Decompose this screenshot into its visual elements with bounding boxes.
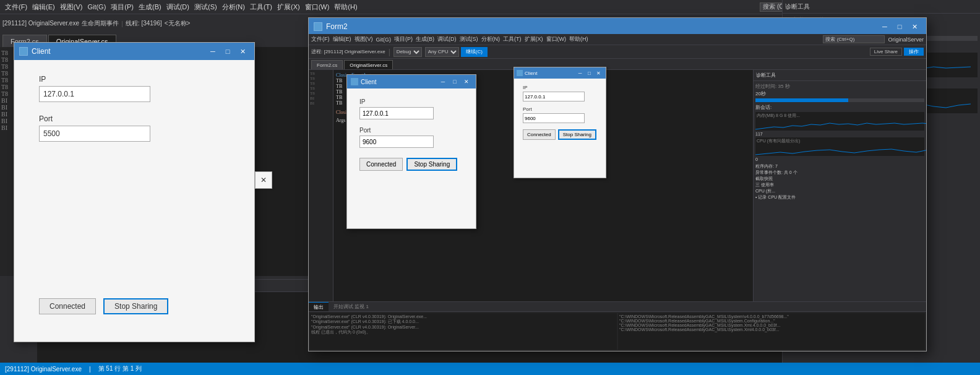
client-window: Client ─ □ ✕ IP Port Connected Stop Shar… bbox=[14, 42, 255, 342]
tiny-ip-label: IP bbox=[523, 85, 597, 90]
close-x-icon: ✕ bbox=[260, 176, 267, 184]
mini-button-row: Connected Stop Sharing bbox=[359, 158, 463, 171]
inner-build-menu[interactable]: 生成(B) bbox=[416, 35, 434, 43]
inner-view-menu[interactable]: 视图(V) bbox=[355, 35, 373, 43]
inner-platform-select[interactable]: Any CPU bbox=[425, 47, 459, 57]
debug-menu[interactable]: 调试(D) bbox=[166, 2, 189, 12]
inner-cpu-max: 0 bbox=[755, 157, 924, 162]
mini-port-label: Port bbox=[359, 127, 463, 134]
inner-tools-menu[interactable]: 工具(T) bbox=[503, 35, 522, 43]
inner-snapshot-lbl: 截取快照 bbox=[755, 176, 924, 182]
test-menu[interactable]: 测试(S) bbox=[194, 2, 217, 12]
inner-continue-button[interactable]: 继续(C) bbox=[461, 47, 488, 57]
client-title-left: Client bbox=[19, 47, 51, 56]
mini-maximize-btn[interactable]: □ bbox=[449, 77, 460, 87]
mini-close-btn[interactable]: ✕ bbox=[461, 77, 472, 87]
tiny-title-text: Client bbox=[525, 71, 537, 76]
form2-maximize-button[interactable]: □ bbox=[893, 21, 906, 32]
inner-time-val: 20秒 bbox=[755, 90, 924, 97]
inner-cpu-lbl: CPU (所... bbox=[755, 188, 924, 194]
window-menu[interactable]: 窗口(W) bbox=[305, 2, 330, 12]
inner-file-menu[interactable]: 文件(F) bbox=[311, 35, 330, 43]
inner-debug-select[interactable]: Debug bbox=[393, 47, 422, 57]
connected-button[interactable]: Connected bbox=[39, 298, 96, 314]
tiny-titlebar: Client ─ □ ✕ bbox=[514, 67, 606, 79]
help-menu[interactable]: 帮助(H) bbox=[334, 2, 357, 12]
statusbar-file: [291112] OriginalServer.exe bbox=[5, 366, 82, 373]
inner-ext-menu[interactable]: 扩展(X) bbox=[525, 35, 543, 43]
inner-debug-menu[interactable]: 调试(D) bbox=[437, 35, 457, 43]
form2-title-left: Form2 bbox=[314, 22, 348, 31]
ip-field-group: IP bbox=[39, 75, 230, 102]
form2-close-button[interactable]: ✕ bbox=[908, 21, 921, 32]
ip-label: IP bbox=[39, 75, 230, 84]
inner-tab-form2cs[interactable]: Form2.cs bbox=[311, 60, 343, 69]
tiny-connected-btn[interactable]: Connected bbox=[523, 129, 556, 140]
inner-action-btn[interactable]: 操作 bbox=[904, 48, 924, 56]
tiny-icon bbox=[517, 70, 523, 76]
client-controls: ─ □ ✕ bbox=[206, 46, 249, 57]
inner-window-menu[interactable]: 窗口(W) bbox=[546, 35, 567, 43]
mini-client-controls: ─ □ ✕ bbox=[437, 77, 472, 87]
inner-tab-originalserver[interactable]: OriginalServer.cs bbox=[344, 60, 393, 69]
inner-help-menu[interactable]: 帮助(H) bbox=[569, 35, 588, 43]
client-maximize-button[interactable]: □ bbox=[221, 46, 234, 57]
tiny-min-btn[interactable]: ─ bbox=[575, 69, 585, 77]
client-title-text: Client bbox=[32, 47, 51, 56]
inner-output-tab[interactable]: 输出 bbox=[309, 302, 329, 311]
floating-close-button[interactable]: ✕ bbox=[255, 171, 272, 189]
inner-watch-content: "C:\WINDOWS\Microsoft.ReleasedAssemblyGA… bbox=[618, 313, 925, 350]
inner-status: 进程: [291112] OriginalServer.exe bbox=[311, 48, 385, 55]
tiny-stop-sharing-btn[interactable]: Stop Sharing bbox=[558, 129, 596, 140]
client-body: IP Port Connected Stop Sharing bbox=[14, 60, 254, 342]
stop-sharing-button[interactable]: Stop Sharing bbox=[103, 298, 168, 314]
client-icon bbox=[19, 47, 28, 56]
divider1: | bbox=[121, 20, 123, 27]
inner-time: 经过时间: 35 秒 bbox=[755, 83, 924, 90]
tiny-body: IP Port Connected Stop Sharing bbox=[514, 79, 606, 178]
inner-right-panel: 诊断工具 经过时间: 35 秒 20秒 新会话: 内存(MB) 8 G 8 使用… bbox=[753, 70, 926, 301]
tiny-port-input[interactable] bbox=[523, 113, 585, 123]
client-close-button[interactable]: ✕ bbox=[236, 46, 249, 57]
client-titlebar: Client ─ □ ✕ bbox=[14, 43, 254, 60]
client-minimize-button[interactable]: ─ bbox=[206, 46, 220, 57]
tiny-max-btn[interactable]: □ bbox=[585, 69, 594, 77]
tiny-close-btn[interactable]: ✕ bbox=[594, 69, 603, 77]
mini-minimize-btn[interactable]: ─ bbox=[437, 77, 449, 87]
tools-menu[interactable]: 工具(T) bbox=[250, 2, 272, 12]
statusbar-sep: | bbox=[89, 366, 91, 373]
form2-minimize-button[interactable]: ─ bbox=[878, 21, 892, 32]
mini-client-body: IP Port Connected Stop Sharing bbox=[347, 88, 476, 228]
inner-progress bbox=[755, 98, 924, 102]
port-input[interactable] bbox=[39, 126, 150, 142]
inner-git-menu[interactable]: Git(G) bbox=[376, 37, 392, 43]
inner-edit-menu[interactable]: 编辑(E) bbox=[333, 35, 351, 43]
statusbar-pos: 第 51 行 第 1 列 bbox=[98, 364, 142, 373]
mini-port-input[interactable] bbox=[359, 136, 434, 148]
mini-client-window: Client ─ □ ✕ IP Port Connected Stop Shar… bbox=[346, 74, 476, 229]
inner-mem-max: 117 bbox=[755, 132, 924, 136]
project-menu[interactable]: 项目(P) bbox=[111, 2, 134, 12]
extensions-menu[interactable]: 扩展(X) bbox=[277, 2, 300, 12]
mini-connected-btn[interactable]: Connected bbox=[359, 158, 403, 171]
view-menu[interactable]: 视图(V) bbox=[60, 2, 83, 12]
edit-menu[interactable]: 编辑(E) bbox=[32, 2, 55, 12]
inner-search-input[interactable] bbox=[823, 35, 885, 43]
inner-watch-tab[interactable]: 开始调试 监视 1 bbox=[329, 302, 374, 311]
mini-client-icon bbox=[351, 78, 358, 85]
tiny-ip-input[interactable] bbox=[523, 92, 585, 101]
ip-input[interactable] bbox=[39, 86, 150, 102]
inner-project-menu[interactable]: 项目(P) bbox=[394, 35, 413, 43]
mini-stop-sharing-btn[interactable]: Stop Sharing bbox=[406, 158, 457, 171]
inner-analyze-menu[interactable]: 分析(N) bbox=[481, 35, 501, 43]
inner-liveshare-button[interactable]: Live Share bbox=[870, 48, 902, 56]
event-label: 生命周期事件 bbox=[82, 19, 119, 28]
file-menu[interactable]: 文件(F) bbox=[5, 2, 27, 12]
mini-ip-input[interactable] bbox=[359, 107, 434, 119]
analyze-menu[interactable]: 分析(N) bbox=[222, 2, 245, 12]
inner-test-menu[interactable]: 测试(S) bbox=[460, 35, 478, 43]
inner-gutter: T8T8T8T8 T8BIBI bbox=[309, 70, 333, 301]
inner-divider: | bbox=[389, 48, 390, 56]
git-menu[interactable]: Git(G) bbox=[87, 3, 106, 11]
build-menu[interactable]: 生成(B) bbox=[139, 2, 161, 12]
